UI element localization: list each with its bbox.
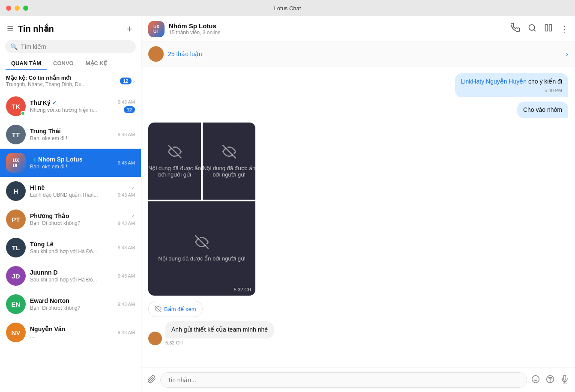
conv-name: Nhóm Sp Lotus	[38, 156, 82, 163]
thread-label: 25 thảo luận	[168, 51, 566, 57]
sticker-icon[interactable]	[546, 375, 554, 386]
emoji-icon[interactable]	[531, 375, 540, 386]
conv-name: Phương Thảo	[30, 212, 69, 219]
hidden-eye-icon	[222, 145, 236, 162]
more-options-icon[interactable]: ⋮	[560, 24, 568, 34]
msg-text: cho ý kiến đi	[527, 78, 562, 85]
mac-ke-title: Mặc kệ: Có tin nhắn mới	[6, 75, 120, 81]
list-item[interactable]: H Hi nè Lãnh đạo UBND quận Than... ✓ 9:4…	[0, 177, 141, 205]
add-conversation-button[interactable]: ＋	[125, 22, 134, 35]
conv-name: Hi nè	[30, 184, 45, 191]
conv-time: 9:43 AM	[118, 273, 135, 278]
hidden-content-text: Nội dung đã được ẩn bởi người gửi	[158, 255, 245, 262]
conv-preview: Sau khi phối hợp với Hà Đô...	[30, 248, 114, 254]
checkmark-icon: ✓	[131, 185, 135, 191]
unread-badge: 12	[124, 106, 135, 113]
conv-preview: Lãnh đạo UBND quận Than...	[30, 192, 114, 198]
mac-ke-chevron-icon: ›	[133, 78, 135, 84]
call-icon[interactable]	[511, 23, 520, 35]
sidebar: ☰ Tin nhắn ＋ 🔍 QUAN TÂM CONVO MẶC KỆ Mặc…	[0, 16, 141, 392]
checkmark-icon: ✓	[131, 213, 135, 219]
chat-group-avatar: UXUI	[148, 21, 165, 37]
svg-rect-2	[545, 25, 548, 31]
conv-time: 9:43 AM	[118, 330, 135, 335]
msg-time: 5:32 CH	[165, 340, 274, 345]
thread-bar[interactable]: 25 thảo luận ›	[141, 42, 575, 66]
layout-icon[interactable]	[544, 24, 553, 34]
avatar: JD	[6, 266, 26, 286]
message-input[interactable]	[160, 372, 527, 388]
media-cell-wide: Nội dung đã được ẩn bởi người gửi 5:32 C…	[148, 201, 255, 296]
list-item[interactable]: PT Phương Thảo Bạn: Đi phượt không? ✓ 9:…	[0, 205, 141, 233]
attach-icon[interactable]	[147, 375, 156, 386]
svg-point-8	[532, 375, 539, 383]
conv-time: 9:43 AM	[118, 160, 135, 165]
media-cell: Nội dung đã được ẩnbởi người gửi	[203, 123, 255, 200]
main-chat: UXUI Nhóm Sp Lotus 15 thành viên, 3 onli…	[141, 16, 575, 392]
list-item[interactable]: TT Trung Thái Bạn: oke em đi !! 9:43 AM	[0, 120, 141, 149]
conv-preview: Bạn: Đi phượt không?	[30, 220, 114, 226]
conv-name: Eward Norton	[30, 297, 69, 304]
chat-input-bar	[141, 368, 575, 392]
thread-chevron-icon: ›	[566, 51, 568, 57]
list-item[interactable]: TL Tùng Lê Sau khi phối hợp với Hà Đô...…	[0, 233, 141, 262]
chat-group-info: 15 thành viên, 3 online	[169, 30, 511, 36]
hidden-content-text: Nội dung đã được ẩnbởi người gửi	[148, 165, 201, 178]
msg-link[interactable]: LinkHaty Nguyễn Huyền	[461, 78, 527, 85]
chat-messages: LinkHaty Nguyễn Huyền cho ý kiến đi 5:30…	[141, 66, 575, 368]
list-item[interactable]: JD Juunnn D Sau khi phối hợp với Hà Đô..…	[0, 262, 141, 290]
message-row-left: Anh gửi thiết kế của team mình nhé 5:32 …	[148, 321, 568, 345]
message-bubble: Cho vào nhóm	[517, 102, 568, 119]
svg-rect-3	[549, 25, 552, 31]
list-item[interactable]: EN Eward Norton Bạn: Đi phượt không? 9:4…	[0, 290, 141, 318]
verified-icon: ✔	[52, 100, 57, 106]
list-item[interactable]: NV Nguyễn Văn ... 9:43 AM	[0, 318, 141, 347]
conv-preview: Bạn: oke em đi !!	[30, 135, 114, 141]
tap-to-view-button[interactable]: Bấm để xem	[148, 301, 203, 317]
tabs: QUAN TÂM CONVO MẶC KỆ	[0, 57, 141, 70]
search-icon[interactable]	[528, 24, 536, 34]
search-icon: 🔍	[10, 43, 18, 50]
conv-name: Juunnn D	[30, 269, 58, 276]
avatar: H	[6, 181, 26, 201]
list-item[interactable]: TK Thư Ký ✔ Nhưng với xu hướng hiện n...…	[0, 92, 141, 120]
group-avatar: UXUI	[6, 153, 26, 173]
title-bar: Lotus Chat	[0, 0, 575, 16]
traffic-lights	[6, 6, 28, 11]
app-title: Lotus Chat	[274, 5, 301, 12]
conv-name: Nguyễn Văn	[30, 326, 65, 332]
search-bar: 🔍	[5, 40, 136, 53]
chat-header: UXUI Nhóm Sp Lotus 15 thành viên, 3 onli…	[141, 16, 575, 42]
search-input[interactable]	[21, 43, 131, 50]
list-item[interactable]: UXUI 👥 Nhóm Sp Lotus Bạn: oke em đi !! 9…	[0, 149, 141, 177]
avatar: PT	[6, 209, 26, 229]
tab-quan-tam[interactable]: QUAN TÂM	[5, 57, 47, 70]
conv-name: Thư Ký	[30, 99, 51, 106]
conv-preview: Sau khi phối hợp với Hà Đô...	[30, 277, 114, 283]
avatar: EN	[6, 294, 26, 314]
chat-group-name: Nhóm Sp Lotus	[169, 22, 511, 30]
minimize-button[interactable]	[15, 6, 20, 11]
conv-time: 9:43 AM	[118, 132, 135, 137]
message-bubble: LinkHaty Nguyễn Huyền cho ý kiến đi 5:30…	[455, 73, 568, 97]
avatar: TT	[6, 125, 26, 144]
conv-name: Trung Thái	[30, 128, 61, 135]
mac-ke-notification[interactable]: Mặc kệ: Có tin nhắn mới Trungnb, Nhatvt,…	[0, 70, 141, 92]
tab-convo[interactable]: CONVO	[47, 57, 80, 70]
menu-icon[interactable]: ☰	[7, 24, 14, 33]
conv-name: Tùng Lê	[30, 241, 53, 248]
conv-preview: Bạn: Đi phượt không?	[30, 305, 114, 311]
conv-time: 9:43 AM	[118, 221, 135, 226]
mac-ke-badge: 12	[120, 78, 131, 84]
microphone-icon[interactable]	[560, 375, 569, 386]
tab-mac-ke[interactable]: MẶC KỆ	[80, 57, 113, 70]
sidebar-header: ☰ Tin nhắn ＋	[0, 16, 141, 39]
mac-ke-subtitle: Trungnb, Nhatvt, Thang Dinh, Du...	[6, 81, 120, 87]
sender-avatar	[148, 332, 162, 345]
tap-to-view-label: Bấm để xem	[164, 306, 196, 312]
close-button[interactable]	[6, 6, 11, 11]
maximize-button[interactable]	[23, 6, 28, 11]
msg-text: Anh gửi thiết kế của team mình nhé	[171, 326, 268, 333]
conversation-list: TK Thư Ký ✔ Nhưng với xu hướng hiện n...…	[0, 92, 141, 392]
conv-time: 9:43 AM	[118, 302, 135, 307]
